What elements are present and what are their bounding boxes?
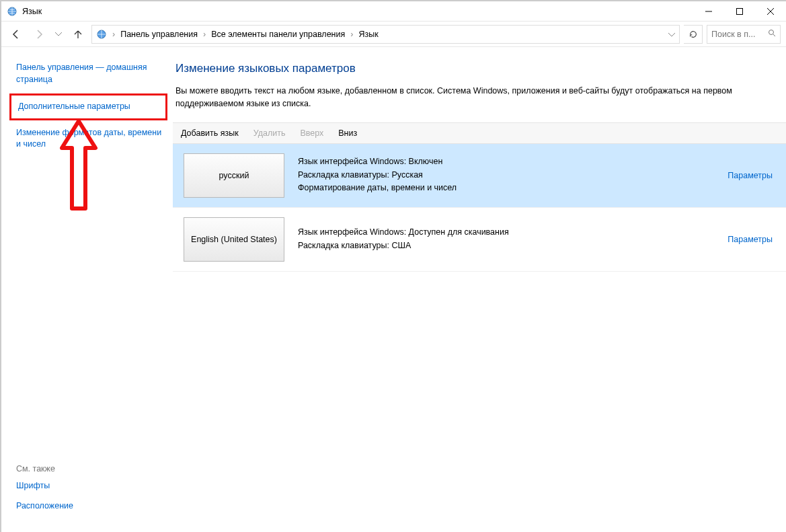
language-detail-line: Форматирование даты, времени и чисел	[298, 182, 714, 194]
sidebar-link-advanced[interactable]: Дополнительные параметры	[18, 101, 164, 113]
titlebar: Язык	[1, 1, 786, 22]
toolbar-move-down[interactable]: Вниз	[338, 128, 357, 138]
recent-locations-button[interactable]	[52, 25, 65, 44]
refresh-button[interactable]	[684, 25, 703, 44]
up-button[interactable]	[69, 25, 87, 44]
see-also-fonts[interactable]: Шрифты	[16, 480, 80, 492]
search-icon	[768, 29, 776, 39]
svg-rect-2	[737, 8, 743, 14]
window-title: Язык	[22, 7, 42, 16]
breadcrumb-item[interactable]: Все элементы панели управления	[210, 30, 346, 39]
search-placeholder: Поиск в п...	[711, 30, 765, 39]
language-row[interactable]: русский Язык интерфейса Windows: Включен…	[173, 144, 786, 208]
see-also-location[interactable]: Расположение	[16, 500, 80, 512]
chevron-right-icon: ›	[202, 30, 207, 39]
globe-icon	[96, 29, 107, 40]
language-options-link[interactable]: Параметры	[728, 235, 773, 244]
page-heading: Изменение языковых параметров	[175, 62, 786, 75]
see-also-header: См. также	[16, 464, 80, 473]
chevron-right-icon: ›	[349, 30, 354, 39]
see-also-block: См. также Шрифты Расположение	[16, 464, 80, 520]
language-name: русский	[219, 171, 249, 180]
window-icon	[7, 6, 17, 17]
language-options-link[interactable]: Параметры	[728, 171, 773, 180]
language-tile[interactable]: русский	[184, 153, 284, 198]
annotation-highlight-box: Дополнительные параметры	[9, 93, 167, 120]
sidebar-link-home[interactable]: Панель управления — домашняя страница	[16, 62, 173, 85]
language-details: Язык интерфейса Windows: Включен Расклад…	[298, 155, 714, 194]
chevron-down-icon[interactable]	[666, 30, 679, 39]
toolbar-move-up[interactable]: Вверх	[300, 128, 323, 138]
forward-button[interactable]	[30, 25, 48, 44]
minimize-button[interactable]	[693, 1, 724, 22]
maximize-button[interactable]	[724, 1, 755, 22]
sidebar-link-formats[interactable]: Изменение форматов даты, времени и чисел	[16, 127, 173, 151]
language-name: English (United States)	[191, 235, 277, 244]
address-bar-row: › Панель управления › Все элементы панел…	[1, 22, 786, 47]
search-input[interactable]: Поиск в п...	[707, 25, 781, 44]
sidebar: Панель управления — домашняя страница До…	[1, 47, 173, 532]
language-details: Язык интерфейса Windows: Доступен для ск…	[298, 226, 714, 252]
svg-point-6	[769, 30, 774, 35]
language-list: русский Язык интерфейса Windows: Включен…	[173, 144, 786, 272]
back-button[interactable]	[7, 25, 26, 44]
page-description: Вы можете вводить текст на любом языке, …	[175, 85, 786, 110]
breadcrumb[interactable]: › Панель управления › Все элементы панел…	[91, 25, 680, 44]
close-button[interactable]	[755, 1, 786, 22]
language-toolbar: Добавить язык Удалить Вверх Вниз	[173, 122, 786, 144]
language-detail-line: Раскладка клавиатуры: США	[298, 239, 714, 252]
breadcrumb-item[interactable]: Панель управления	[119, 30, 199, 39]
breadcrumb-item[interactable]: Язык	[357, 30, 379, 39]
language-detail-line: Раскладка клавиатуры: Русская	[298, 169, 714, 182]
toolbar-add-language[interactable]: Добавить язык	[181, 128, 239, 138]
language-tile[interactable]: English (United States)	[184, 217, 284, 262]
language-detail-line: Язык интерфейса Windows: Доступен для ск…	[298, 226, 714, 239]
language-row[interactable]: English (United States) Язык интерфейса …	[173, 208, 786, 272]
language-detail-line: Язык интерфейса Windows: Включен	[298, 155, 714, 168]
toolbar-remove[interactable]: Удалить	[253, 128, 286, 138]
main-content: Изменение языковых параметров Вы можете …	[173, 47, 786, 532]
chevron-right-icon: ›	[111, 30, 116, 39]
svg-line-7	[773, 34, 775, 36]
